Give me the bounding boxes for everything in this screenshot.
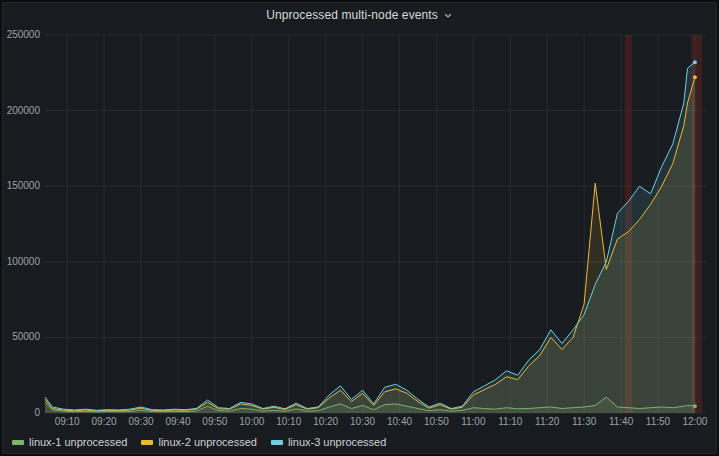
x-tick-label: 12:00 — [682, 416, 707, 427]
grafana-panel: Unprocessed multi-node events 0500001000… — [2, 2, 717, 454]
x-tick-label: 10:10 — [276, 416, 301, 427]
legend-swatch — [141, 440, 153, 445]
legend-item-linux-2[interactable]: linux-2 unprocessed — [141, 437, 256, 448]
time-series-chart[interactable]: 05000010000015000020000025000009:1009:20… — [5, 27, 714, 429]
x-tick-label: 09:30 — [128, 416, 153, 427]
x-tick-label: 09:20 — [92, 416, 117, 427]
legend-swatch — [271, 440, 283, 445]
x-tick-label: 11:00 — [461, 416, 486, 427]
x-tick-label: 09:10 — [55, 416, 80, 427]
y-tick-label: 100000 — [7, 256, 41, 267]
chevron-down-icon[interactable] — [443, 11, 453, 21]
legend: linux-1 unprocessedlinux-2 unprocessedli… — [12, 437, 386, 448]
x-tick-label: 11:50 — [646, 416, 671, 427]
x-tick-label: 09:50 — [202, 416, 227, 427]
x-tick-label: 10:40 — [387, 416, 412, 427]
panel-header[interactable]: Unprocessed multi-node events — [3, 3, 716, 27]
series-endpoint-dot-2 — [693, 75, 697, 79]
y-tick-label: 200000 — [7, 105, 41, 116]
y-tick-label: 250000 — [7, 29, 41, 40]
legend-swatch — [12, 440, 24, 445]
chart-canvas[interactable]: 05000010000015000020000025000009:1009:20… — [5, 27, 714, 429]
series-endpoint-dot-3 — [693, 60, 697, 64]
x-tick-label: 11:20 — [535, 416, 560, 427]
legend-item-linux-3[interactable]: linux-3 unprocessed — [271, 437, 386, 448]
x-tick-label: 10:00 — [239, 416, 264, 427]
legend-label: linux-2 unprocessed — [158, 437, 256, 448]
x-tick-label: 10:50 — [424, 416, 449, 427]
legend-label: linux-3 unprocessed — [288, 437, 386, 448]
x-tick-label: 11:30 — [572, 416, 597, 427]
y-tick-label: 150000 — [7, 180, 41, 191]
series-endpoint-dot-1 — [693, 404, 697, 408]
legend-item-linux-1[interactable]: linux-1 unprocessed — [12, 437, 127, 448]
x-tick-label: 11:40 — [609, 416, 634, 427]
y-tick-label: 50000 — [12, 331, 40, 342]
y-tick-label: 0 — [34, 407, 40, 418]
x-tick-label: 10:30 — [350, 416, 375, 427]
panel-title[interactable]: Unprocessed multi-node events — [266, 8, 438, 22]
x-tick-label: 09:40 — [165, 416, 190, 427]
x-tick-label: 10:20 — [313, 416, 338, 427]
legend-label: linux-1 unprocessed — [29, 437, 127, 448]
x-tick-label: 11:10 — [498, 416, 523, 427]
